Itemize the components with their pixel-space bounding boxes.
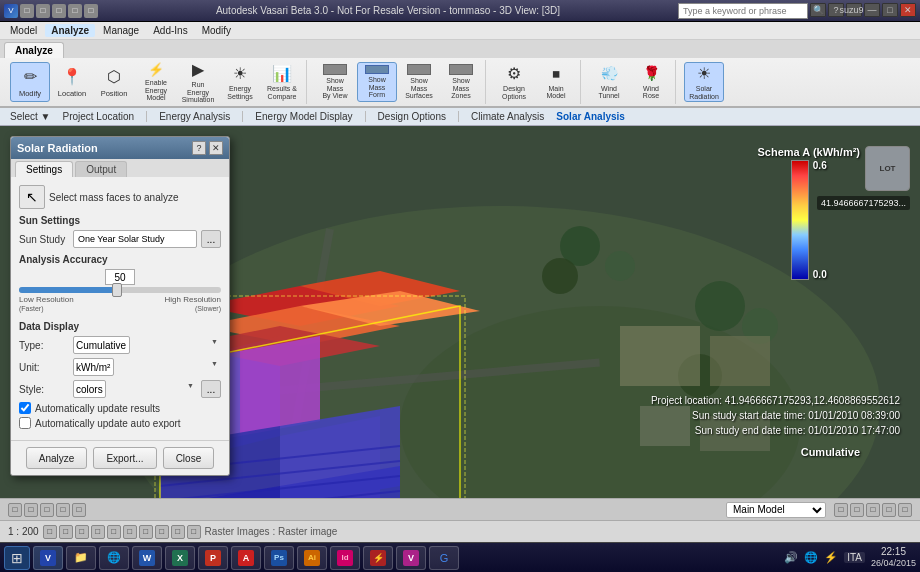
tray-icon-power[interactable]: ⚡ <box>824 550 838 564</box>
minimize-btn[interactable]: — <box>864 3 880 17</box>
export-btn[interactable]: Export... <box>93 447 156 469</box>
analyze-btn[interactable]: Analyze <box>26 447 88 469</box>
status-icon-5[interactable]: □ <box>72 503 86 517</box>
ribbon-btn-showmass-view[interactable]: Show MassBy View <box>315 62 355 102</box>
ribbon-btn-wind-rose[interactable]: 🌹 WindRose <box>631 62 671 102</box>
ribbon-btn-position[interactable]: ⬡ Position <box>94 62 134 102</box>
ribbon-btn-wind-tunnel[interactable]: 💨 WindTunnel <box>589 62 629 102</box>
sb-icon-4[interactable]: □ <box>91 525 105 539</box>
ribbon-btn-results[interactable]: 📊 Results &Compare <box>262 62 302 102</box>
ribbon-btn-location[interactable]: 📍 Location <box>52 62 92 102</box>
unit-select[interactable]: kWh/m² <box>73 358 114 376</box>
menu-modify[interactable]: Modify <box>196 24 237 37</box>
cursor-select-btn[interactable]: ↖ <box>19 185 45 209</box>
sub-btn-select[interactable]: Select ▼ <box>6 111 54 122</box>
sb-icon-6[interactable]: □ <box>123 525 137 539</box>
dialog-close-action-btn[interactable]: Close <box>163 447 215 469</box>
dialog-close-btn[interactable]: ✕ <box>209 141 223 155</box>
ribbon-btn-solar-radiation[interactable]: ☀ SolarRadiation <box>684 62 724 102</box>
sub-btn-design-options[interactable]: Design Options <box>374 111 450 122</box>
right-icon-3[interactable]: □ <box>866 503 880 517</box>
sun-study-btn[interactable]: ... <box>201 230 221 248</box>
sub-btn-climate-analysis[interactable]: Climate Analysis <box>467 111 548 122</box>
tb-icon-2[interactable]: □ <box>36 4 50 18</box>
start-button[interactable]: ⊞ <box>4 546 30 570</box>
menu-manage[interactable]: Manage <box>97 24 145 37</box>
type-select[interactable]: Cumulative <box>73 336 130 354</box>
sb-icon-3[interactable]: □ <box>75 525 89 539</box>
dialog-help-btn[interactable]: ? <box>192 141 206 155</box>
sb-icon-1[interactable]: □ <box>43 525 57 539</box>
taskbar-app-indesign[interactable]: Id <box>330 546 360 570</box>
ribbon-btn-showmass-form[interactable]: Show MassForm <box>357 62 397 102</box>
taskbar-app-revit[interactable]: ⚡ <box>363 546 393 570</box>
accuracy-slider-thumb[interactable] <box>112 283 122 297</box>
tb-icon-4[interactable]: □ <box>68 4 82 18</box>
tb-icon-1[interactable]: □ <box>20 4 34 18</box>
dialog-tab-settings[interactable]: Settings <box>15 161 73 177</box>
sub-btn-project-location[interactable]: Project Location <box>58 111 138 122</box>
ribbon-btn-run-energy[interactable]: ▶ Run EnergySimulation <box>178 62 218 102</box>
dialog-tab-output[interactable]: Output <box>75 161 127 177</box>
status-icon-4[interactable]: □ <box>56 503 70 517</box>
sb-icon-5[interactable]: □ <box>107 525 121 539</box>
sb-icon-8[interactable]: □ <box>155 525 169 539</box>
search-icon-btn[interactable]: 🔍 <box>810 3 826 17</box>
auto-export-checkbox[interactable] <box>19 417 31 429</box>
ribbon-btn-energy-settings[interactable]: ☀ EnergySettings <box>220 62 260 102</box>
ribbon-btn-showmass-surfaces[interactable]: Show MassSurfaces <box>399 62 439 102</box>
sb-icon-7[interactable]: □ <box>139 525 153 539</box>
search-input[interactable] <box>678 3 808 19</box>
menu-analyze[interactable]: Analyze <box>45 24 95 37</box>
status-icon-2[interactable]: □ <box>24 503 38 517</box>
ribbon-tab-analyze[interactable]: Analyze <box>4 42 64 58</box>
status-icon-3[interactable]: □ <box>40 503 54 517</box>
ribbon-btn-enable-energy[interactable]: ⚡ Enable EnergyModel <box>136 62 176 102</box>
taskbar-app-explorer[interactable]: 📁 <box>66 546 96 570</box>
taskbar-app-browser[interactable]: 🌐 <box>99 546 129 570</box>
sb-icon-2[interactable]: □ <box>59 525 73 539</box>
taskbar-app-powerpoint[interactable]: P <box>198 546 228 570</box>
taskbar-app-photoshop[interactable]: Ps <box>264 546 294 570</box>
window-close-btn[interactable]: ✕ <box>900 3 916 17</box>
sub-btn-energy-analysis[interactable]: Energy Analysis <box>155 111 234 122</box>
model-select[interactable]: Main Model <box>726 502 826 518</box>
tray-icon-network[interactable]: 🌐 <box>804 550 818 564</box>
ribbon-btn-modify[interactable]: ✏ Modify <box>10 62 50 102</box>
taskbar-app-excel[interactable]: X <box>165 546 195 570</box>
sb-icon-9[interactable]: □ <box>171 525 185 539</box>
nav-cube[interactable]: LOT <box>865 146 910 191</box>
taskbar-app-word[interactable]: W <box>132 546 162 570</box>
taskbar-app-chrome[interactable]: G <box>429 546 459 570</box>
accuracy-slider-track[interactable] <box>19 287 221 293</box>
right-icon-4[interactable]: □ <box>882 503 896 517</box>
sun-study-input[interactable] <box>73 230 197 248</box>
right-icon-5[interactable]: □ <box>898 503 912 517</box>
viewport[interactable]: Schema A (kWh/m²) 0.6 0.0 LOT 41.9466667… <box>0 126 920 498</box>
maximize-btn[interactable]: □ <box>882 3 898 17</box>
style-select[interactable]: colors <box>73 380 106 398</box>
sub-btn-energy-model-display[interactable]: Energy Model Display <box>251 111 356 122</box>
taskbar-app-autodesk[interactable]: V <box>33 546 63 570</box>
tb-icon-5[interactable]: □ <box>84 4 98 18</box>
tray-icon-volume[interactable]: 🔊 <box>784 550 798 564</box>
sub-btn-solar-analysis[interactable]: Solar Analysis <box>552 111 629 122</box>
right-icon-2[interactable]: □ <box>850 503 864 517</box>
auto-update-checkbox[interactable] <box>19 402 31 414</box>
language-indicator[interactable]: ITA <box>844 552 865 563</box>
sb-icon-10[interactable]: □ <box>187 525 201 539</box>
taskbar-app-acrobat[interactable]: A <box>231 546 261 570</box>
right-icon-1[interactable]: □ <box>834 503 848 517</box>
taskbar-app-vasari[interactable]: V <box>396 546 426 570</box>
tb-icon-3[interactable]: □ <box>52 4 66 18</box>
ribbon-btn-main-model[interactable]: ◼ Main Model <box>536 62 576 102</box>
style-btn[interactable]: ... <box>201 380 221 398</box>
ribbon-btn-design-options[interactable]: ⚙ DesignOptions <box>494 62 534 102</box>
menu-addins[interactable]: Add-Ins <box>147 24 193 37</box>
taskbar-app-illustrator[interactable]: Ai <box>297 546 327 570</box>
info-overlay: Project location: 41.9466667175293,12.46… <box>651 393 900 438</box>
user-btn[interactable]: suzu92 <box>846 3 862 17</box>
status-icon-1[interactable]: □ <box>8 503 22 517</box>
menu-model[interactable]: Model <box>4 24 43 37</box>
ribbon-btn-showmass-zones[interactable]: Show MassZones <box>441 62 481 102</box>
